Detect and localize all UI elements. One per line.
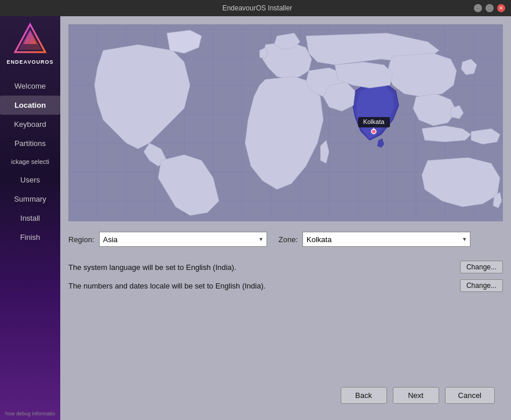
bottom-buttons: Back Next Cancel: [68, 381, 503, 412]
region-select-wrapper: Asia: [99, 232, 267, 247]
info-section: The system language will be set to Engli…: [60, 253, 511, 420]
cancel-button[interactable]: Cancel: [445, 387, 495, 404]
change-language-button[interactable]: Change...: [460, 261, 503, 273]
svg-text:Kolkata: Kolkata: [363, 118, 385, 125]
region-select[interactable]: Asia: [99, 232, 267, 247]
zone-group: Zone: Kolkata: [279, 232, 470, 247]
content-area: Kolkata Region: Asia Zone: Kolkata: [60, 16, 511, 420]
sidebar-item-install[interactable]: Install: [0, 209, 60, 228]
sidebar-item-location[interactable]: Location: [0, 96, 60, 115]
window-controls: − □ ✕: [474, 4, 505, 12]
minimize-button[interactable]: −: [474, 4, 482, 12]
sidebar-item-summary[interactable]: Summary: [0, 189, 60, 209]
locale-info-row: The numbers and dates locale will be set…: [68, 279, 503, 292]
logo-area: ENDEAVOUROS: [7, 22, 54, 65]
zone-select[interactable]: Kolkata: [302, 232, 470, 247]
titlebar: EndeavourOS Installer − □ ✕: [0, 0, 511, 16]
window-title: EndeavourOS Installer: [41, 4, 474, 12]
maximize-button[interactable]: □: [486, 4, 494, 12]
main-layout: ENDEAVOUROS Welcome Location Keyboard Pa…: [0, 16, 511, 420]
logo-text: ENDEAVOUROS: [7, 59, 54, 65]
sidebar: ENDEAVOUROS Welcome Location Keyboard Pa…: [0, 16, 60, 420]
next-button[interactable]: Next: [393, 387, 439, 404]
debug-info[interactable]: how debug informatio: [3, 407, 57, 420]
zone-select-wrapper: Kolkata: [302, 232, 470, 247]
sidebar-item-finish[interactable]: Finish: [0, 228, 60, 247]
world-map: Kolkata: [68, 24, 503, 221]
map-container[interactable]: Kolkata: [68, 24, 503, 221]
region-group: Region: Asia: [68, 232, 267, 247]
sidebar-item-package-selection[interactable]: ickage selecti: [0, 153, 60, 170]
sidebar-item-users[interactable]: Users: [0, 170, 60, 189]
language-info-text: The system language will be set to Engli…: [68, 263, 236, 272]
change-locale-button[interactable]: Change...: [460, 279, 503, 292]
close-button[interactable]: ✕: [497, 4, 505, 12]
sidebar-item-partitions[interactable]: Partitions: [0, 134, 60, 153]
language-info-row: The system language will be set to Engli…: [68, 261, 503, 273]
info-rows: The system language will be set to Engli…: [68, 261, 503, 298]
zone-label: Zone:: [279, 235, 298, 244]
sidebar-item-keyboard[interactable]: Keyboard: [0, 115, 60, 134]
back-button[interactable]: Back: [341, 387, 387, 404]
endeavouros-logo: [13, 22, 48, 57]
region-label: Region:: [68, 235, 94, 244]
selectors-row: Region: Asia Zone: Kolkata: [60, 221, 511, 253]
sidebar-item-welcome[interactable]: Welcome: [0, 76, 60, 96]
locale-info-text: The numbers and dates locale will be set…: [68, 282, 265, 290]
